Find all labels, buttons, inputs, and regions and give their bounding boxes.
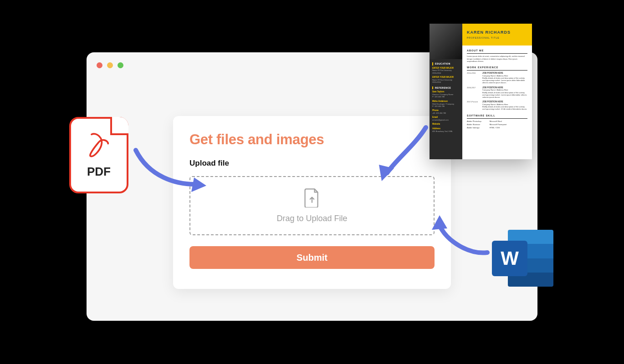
word-letter: W — [492, 241, 527, 276]
pdf-file-icon: PDF — [69, 117, 128, 193]
resume-work-item: 2014-2016 JOB POSITION HERECompany Name … — [467, 72, 527, 84]
resume-work-heading: WORK EXPERIENCE — [467, 66, 527, 71]
resume-main: KAREN RICHARDS PROFESSIONAL TITLE ABOUT … — [462, 24, 532, 159]
resume-sidebar: EDUCATION ENTER YOUR MAJORName Of The Un… — [430, 24, 462, 159]
resume-work-item: 2016-2017 JOB POSITION HERECompany Name … — [467, 86, 527, 99]
minimize-window-icon[interactable] — [107, 62, 113, 68]
upload-card: Get files and images Upload file Drag to… — [173, 116, 451, 289]
window-controls — [97, 62, 123, 68]
pdf-label: PDF — [87, 165, 111, 179]
resume-education-heading: EDUCATION — [432, 62, 460, 66]
resume-skills-heading: SOFTWARE SKILL — [467, 114, 527, 119]
dropzone-text: Drag to Upload File — [276, 214, 347, 223]
word-file-icon: W — [492, 230, 553, 287]
resume-preview: EDUCATION ENTER YOUR MAJORName Of The Un… — [430, 24, 532, 159]
resume-skills: Adobe Photoshop Adobe Illustrator Adobe … — [467, 120, 527, 130]
file-dropzone[interactable]: Drag to Upload File — [189, 176, 435, 235]
close-window-icon[interactable] — [97, 62, 102, 68]
maximize-window-icon[interactable] — [118, 62, 123, 68]
upload-file-icon — [304, 188, 320, 209]
resume-work-item: 2017-Present JOB POSITION HERECompany Na… — [467, 101, 527, 110]
resume-photo — [430, 24, 462, 59]
card-title: Get files and images — [189, 131, 435, 148]
submit-button[interactable]: Submit — [189, 246, 435, 269]
resume-title: PROFESSIONAL TITLE — [467, 36, 527, 40]
resume-about-text: Lorem ipsum dolor sit amet, consectetur … — [467, 55, 527, 62]
resume-about-heading: ABOUT ME — [467, 49, 527, 54]
upload-label: Upload file — [189, 159, 435, 168]
resume-reference-heading: REFERENCE — [432, 86, 460, 90]
resume-name: KAREN RICHARDS — [467, 30, 527, 35]
resume-header: KAREN RICHARDS PROFESSIONAL TITLE — [462, 24, 532, 46]
